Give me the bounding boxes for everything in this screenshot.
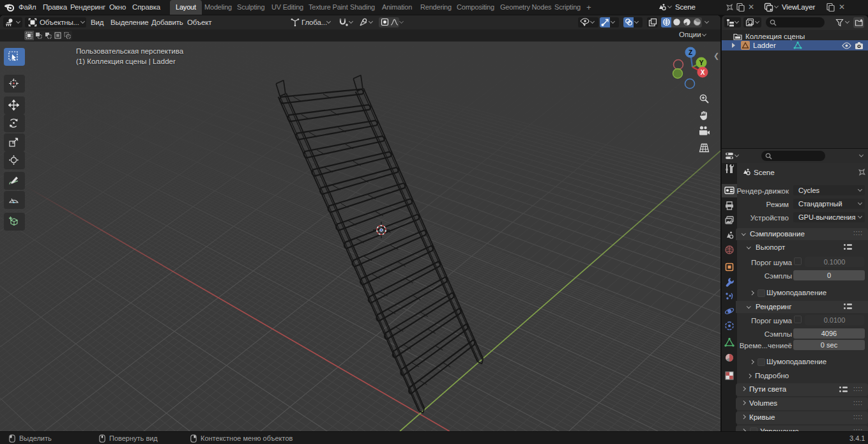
svg-text:Y: Y <box>699 59 704 66</box>
svg-text:Z: Z <box>689 49 692 56</box>
svg-text:X: X <box>701 69 705 76</box>
